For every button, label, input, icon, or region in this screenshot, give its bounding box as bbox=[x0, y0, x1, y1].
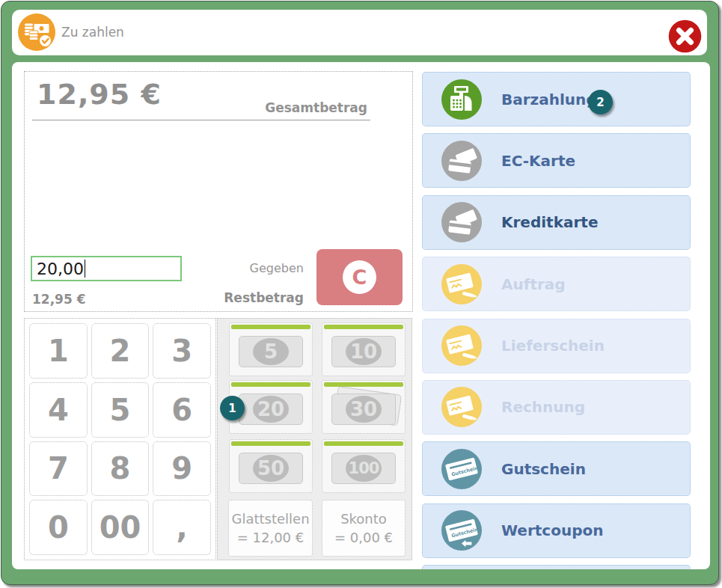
keypad-key-00[interactable]: 00 bbox=[91, 500, 150, 555]
keypad-key-comma[interactable]: , bbox=[153, 500, 211, 555]
given-label: Gegeben bbox=[250, 261, 304, 275]
payment-label: Rechnung bbox=[501, 398, 585, 416]
skonto-label: Skonto bbox=[340, 509, 387, 528]
payment-label: Kreditkarte bbox=[501, 213, 598, 231]
given-amount-input[interactable]: 20,00 bbox=[31, 256, 182, 281]
keypad-key-0[interactable]: 0 bbox=[29, 500, 88, 555]
cash-buttons-panel: 5 10 20 30 50 bbox=[217, 318, 412, 560]
keypad-key-5[interactable]: 5 bbox=[91, 382, 150, 438]
note-accent-bar bbox=[324, 382, 403, 387]
document-pen-icon bbox=[441, 264, 482, 304]
skonto-button[interactable]: Skonto = 0,00 € bbox=[322, 500, 406, 557]
banknote-icon: 100 bbox=[331, 453, 396, 484]
text-cursor bbox=[85, 260, 86, 278]
card-icon bbox=[441, 141, 482, 181]
banknote-icon: 5 bbox=[239, 336, 303, 367]
banknote-icon: 50 bbox=[239, 453, 303, 484]
card-icon bbox=[441, 202, 482, 242]
glattstellen-label: Glattstellen bbox=[231, 509, 309, 528]
clear-button[interactable]: C bbox=[316, 249, 403, 305]
voucher-return-icon: Gutschein bbox=[441, 510, 482, 551]
note-accent-bar bbox=[231, 325, 310, 329]
cash-note-button-50[interactable]: 50 bbox=[229, 439, 313, 493]
note-accent-bar bbox=[324, 441, 403, 446]
payment-label: Auftrag bbox=[501, 275, 566, 293]
glattstellen-button[interactable]: Glattstellen = 12,00 € bbox=[228, 500, 313, 557]
cash-note-button-10[interactable]: 10 bbox=[322, 322, 406, 376]
rest-amount: 12,95 € bbox=[32, 292, 86, 307]
clear-c-icon: C bbox=[343, 260, 376, 294]
keypad-key-6[interactable]: 6 bbox=[153, 382, 211, 438]
payment-button-barzahlung[interactable]: Barzahlung 2 bbox=[422, 72, 691, 126]
given-amount-value: 20,00 bbox=[37, 260, 84, 278]
payment-dialog-window: Zu zahlen 12,95 € Gesamtbetrag 20,00 Geg… bbox=[1, 1, 719, 585]
payment-label: Gutschein bbox=[501, 460, 586, 478]
close-icon bbox=[668, 19, 702, 53]
keypad-key-1[interactable]: 1 bbox=[29, 323, 88, 379]
banknote-icon: 30 bbox=[331, 393, 396, 425]
step-badge-2: 2 bbox=[588, 90, 613, 114]
skonto-value: = 0,00 € bbox=[334, 528, 393, 547]
payment-button-auftrag: Auftrag bbox=[422, 257, 691, 311]
main-panel: 12,95 € Gesamtbetrag 20,00 Gegeben C 12,… bbox=[12, 62, 710, 569]
payment-button-ec-karte[interactable]: EC-Karte bbox=[422, 133, 691, 188]
document-pen-icon bbox=[441, 325, 482, 366]
amount-display-section: 12,95 € Gesamtbetrag 20,00 Gegeben C 12,… bbox=[24, 71, 413, 312]
close-button[interactable] bbox=[668, 19, 702, 53]
payment-button-kreditkarte[interactable]: Kreditkarte bbox=[422, 195, 691, 250]
payment-methods-list: Barzahlung 2 EC-Karte bbox=[422, 72, 691, 569]
step-badge-1: 1 bbox=[220, 396, 245, 420]
glattstellen-value: = 12,00 € bbox=[237, 528, 305, 547]
cash-note-button-30[interactable]: 30 bbox=[322, 380, 406, 434]
payment-button-gutschein[interactable]: Gutschein Gutschein bbox=[422, 441, 691, 496]
payment-button-lieferschein: Lieferschein bbox=[422, 319, 691, 373]
cash-register-icon bbox=[441, 79, 482, 120]
cash-note-button-5[interactable]: 5 bbox=[229, 322, 313, 376]
keypad-key-8[interactable]: 8 bbox=[91, 441, 150, 497]
note-accent-bar bbox=[231, 441, 310, 446]
banknote-icon: 20 bbox=[239, 393, 303, 425]
payment-label: Wertcoupon bbox=[501, 521, 603, 539]
divider bbox=[32, 120, 370, 120]
rest-label: Restbetrag bbox=[224, 290, 304, 305]
numeric-keypad: 1 2 3 4 5 6 7 8 9 0 00 , bbox=[24, 318, 216, 560]
titlebar: Zu zahlen bbox=[12, 10, 707, 55]
banknote-icon: 10 bbox=[331, 336, 396, 367]
document-pen-icon bbox=[441, 387, 482, 427]
screen: Zu zahlen 12,95 € Gesamtbetrag 20,00 Geg… bbox=[0, 0, 722, 588]
payment-label: Lieferschein bbox=[501, 337, 605, 355]
payment-label: EC-Karte bbox=[501, 152, 575, 170]
money-payment-icon bbox=[18, 13, 55, 51]
keypad-key-4[interactable]: 4 bbox=[29, 382, 88, 438]
total-label: Gesamtbetrag bbox=[265, 100, 367, 115]
payment-button-wertcoupon[interactable]: Gutschein Wertcoupon bbox=[422, 503, 691, 558]
note-accent-bar bbox=[231, 382, 310, 387]
total-amount: 12,95 € bbox=[37, 78, 162, 111]
keypad-key-3[interactable]: 3 bbox=[153, 323, 211, 379]
keypad-key-7[interactable]: 7 bbox=[29, 441, 88, 497]
window-title: Zu zahlen bbox=[61, 10, 124, 55]
voucher-icon: Gutschein bbox=[441, 449, 482, 489]
payment-label: Barzahlung bbox=[501, 91, 597, 108]
keypad-key-2[interactable]: 2 bbox=[91, 323, 150, 379]
payment-button-rechnung: Rechnung bbox=[422, 380, 691, 435]
cash-note-button-100[interactable]: 100 bbox=[322, 439, 406, 493]
note-accent-bar bbox=[324, 325, 403, 329]
keypad-key-9[interactable]: 9 bbox=[153, 441, 211, 497]
payment-button-partial[interactable] bbox=[422, 565, 691, 569]
